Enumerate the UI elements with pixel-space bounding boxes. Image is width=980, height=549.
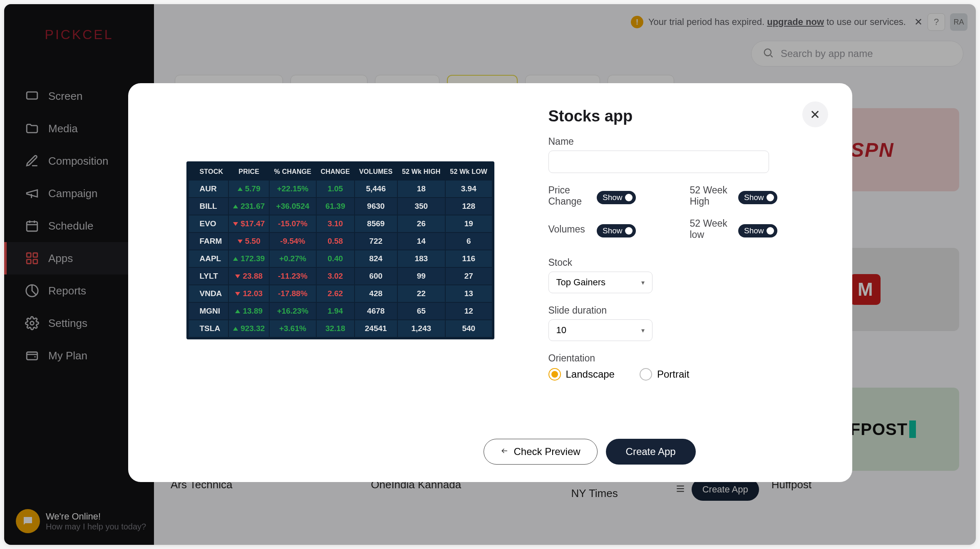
table-row: EVO$17.47-15.07%3.1085692619: [189, 215, 492, 232]
table-row: BILL231.67+36.052461.399630350128: [189, 198, 492, 215]
name-label: Name: [548, 136, 823, 147]
orientation-landscape-radio[interactable]: Landscape: [548, 368, 615, 381]
stock-label: Stock: [548, 257, 823, 268]
check-preview-button[interactable]: Check Preview: [484, 439, 598, 465]
stock-preview-table: STOCKPRICE% CHANGECHANGEVOLUMES52 Wk HIG…: [186, 161, 494, 339]
table-row: LYLT23.88-11.23%3.026009927: [189, 268, 492, 284]
table-row: TSLA923.32+3.61%32.18245411,243540: [189, 320, 492, 337]
name-input[interactable]: [548, 151, 769, 173]
radio-selected-icon: [548, 368, 561, 381]
table-header: PRICE: [229, 164, 269, 180]
table-row: MGNI13.89+16.23%1.9446786512: [189, 303, 492, 319]
table-row: AUR5.79+22.15%1.055,446183.94: [189, 181, 492, 197]
volumes-toggle[interactable]: Show: [597, 224, 636, 237]
modal-title: Stocks app: [548, 107, 823, 125]
toggle-label: 52 Week High: [690, 185, 738, 207]
table-header: VOLUMES: [355, 164, 397, 180]
form-pane: Stocks app ✕ Name Price Change Show 52 W…: [548, 107, 823, 381]
stock-select[interactable]: Top Gainers ▾: [548, 272, 653, 293]
table-header: 52 Wk HIGH: [398, 164, 445, 180]
toggle-label: Volumes: [548, 224, 585, 235]
preview-pane: STOCKPRICE% CHANGECHANGEVOLUMES52 Wk HIG…: [157, 107, 523, 381]
week-high-toggle[interactable]: Show: [738, 191, 777, 204]
table-header: CHANGE: [317, 164, 354, 180]
orientation-label: Orientation: [548, 353, 823, 364]
modal-overlay: STOCKPRICE% CHANGECHANGEVOLUMES52 Wk HIG…: [4, 4, 976, 545]
slide-duration-select[interactable]: 10 ▾: [548, 319, 653, 341]
table-header: 52 Wk LOW: [446, 164, 492, 180]
radio-unselected-icon: [640, 368, 652, 381]
chevron-down-icon: ▾: [641, 279, 645, 287]
arrow-left-icon: [501, 446, 509, 458]
close-modal-button[interactable]: ✕: [802, 101, 828, 127]
toggle-label: Price Change: [548, 185, 597, 207]
week-low-toggle[interactable]: Show: [738, 224, 777, 237]
create-app-button[interactable]: Create App: [606, 439, 696, 465]
orientation-portrait-radio[interactable]: Portrait: [640, 368, 689, 381]
table-row: AAPL172.39+0.27%0.40824183116: [189, 250, 492, 267]
table-header: % CHANGE: [270, 164, 315, 180]
table-row: VNDA12.03-17.88%2.624282213: [189, 285, 492, 302]
table-header: STOCK: [189, 164, 228, 180]
chevron-down-icon: ▾: [641, 326, 645, 334]
price-change-toggle[interactable]: Show: [597, 191, 636, 204]
stocks-app-modal: STOCKPRICE% CHANGECHANGEVOLUMES52 Wk HIG…: [128, 83, 852, 482]
slide-duration-label: Slide duration: [548, 305, 823, 316]
table-row: FARM5.50-9.54%0.58722146: [189, 233, 492, 250]
toggle-label: 52 Week low: [690, 218, 738, 240]
